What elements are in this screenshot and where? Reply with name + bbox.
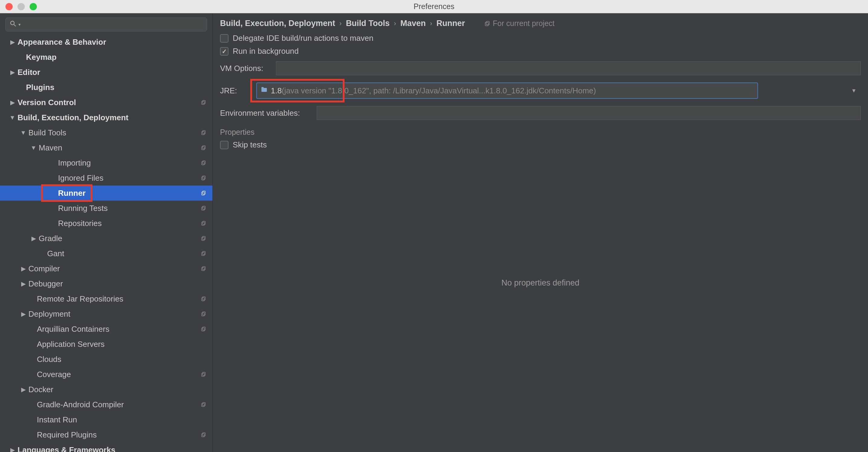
svg-rect-12 bbox=[203, 191, 205, 194]
svg-rect-16 bbox=[203, 221, 205, 225]
sidebar-item-build-tools[interactable]: ▼Build Tools bbox=[0, 125, 213, 140]
sidebar-item-deployment[interactable]: ▶Deployment bbox=[0, 306, 213, 321]
sidebar-item-label: Deployment bbox=[28, 310, 200, 318]
sidebar-item-repositories[interactable]: Repositories bbox=[0, 216, 213, 231]
sidebar-item-label: Importing bbox=[58, 159, 200, 167]
tree-arrow-icon: ▶ bbox=[9, 447, 16, 452]
svg-rect-5 bbox=[202, 131, 204, 135]
sidebar-item-importing[interactable]: Importing bbox=[0, 155, 213, 170]
settings-tree[interactable]: ▶Appearance & BehaviorKeymap▶EditorPlugi… bbox=[0, 34, 213, 452]
project-scope-icon bbox=[200, 401, 207, 408]
project-scope-icon bbox=[200, 174, 207, 181]
jre-combobox[interactable]: 1.8 (java version "1.8.0_162", path: /Li… bbox=[256, 83, 758, 99]
sidebar-item-label: Running Tests bbox=[58, 204, 200, 212]
run-in-background-checkbox[interactable] bbox=[220, 47, 228, 56]
sidebar-item-label: Gradle bbox=[39, 234, 200, 242]
close-window-button[interactable] bbox=[5, 3, 13, 10]
project-scope-icon bbox=[200, 129, 207, 136]
scope-indicator: For current project bbox=[485, 19, 555, 28]
sidebar-item-required-plugins[interactable]: Required Plugins bbox=[0, 427, 213, 442]
svg-rect-2 bbox=[203, 100, 205, 104]
dropdown-indicator-icon: ▾ bbox=[19, 22, 21, 27]
tree-arrow-icon: ▶ bbox=[20, 266, 27, 271]
env-vars-label: Environment variables: bbox=[220, 108, 311, 118]
project-scope-icon bbox=[200, 144, 207, 151]
search-icon bbox=[9, 20, 17, 29]
sidebar-item-ignored-files[interactable]: Ignored Files bbox=[0, 170, 213, 186]
sidebar-item-label: Languages & Frameworks bbox=[18, 446, 207, 452]
sidebar-item-remote-jar-repositories[interactable]: Remote Jar Repositories bbox=[0, 291, 213, 306]
sidebar-item-appearance-behavior[interactable]: ▶Appearance & Behavior bbox=[0, 34, 213, 50]
svg-rect-7 bbox=[202, 147, 204, 150]
sidebar-item-instant-run[interactable]: Instant Run bbox=[0, 412, 213, 427]
sidebar-item-clouds[interactable]: Clouds bbox=[0, 352, 213, 367]
breadcrumb-item[interactable]: Build Tools bbox=[346, 19, 390, 28]
sidebar-item-runner[interactable]: Runner bbox=[0, 186, 213, 201]
sidebar: ▾ ▶Appearance & BehaviorKeymap▶EditorPlu… bbox=[0, 13, 213, 452]
sidebar-item-label: Appearance & Behavior bbox=[18, 38, 207, 46]
sidebar-item-label: Gradle-Android Compiler bbox=[37, 401, 200, 409]
sidebar-item-editor[interactable]: ▶Editor bbox=[0, 65, 213, 80]
breadcrumb-item[interactable]: Runner bbox=[436, 19, 465, 28]
project-scope-icon bbox=[200, 205, 207, 212]
svg-rect-22 bbox=[203, 266, 205, 270]
sidebar-item-plugins[interactable]: Plugins bbox=[0, 80, 213, 95]
chevron-right-icon: › bbox=[339, 20, 342, 28]
svg-rect-18 bbox=[203, 236, 205, 239]
sidebar-item-gant[interactable]: Gant bbox=[0, 246, 213, 261]
breadcrumb-item[interactable]: Maven bbox=[400, 19, 426, 28]
sidebar-item-maven[interactable]: ▼Maven bbox=[0, 140, 213, 155]
sidebar-item-label: Remote Jar Repositories bbox=[37, 295, 200, 303]
sidebar-item-keymap[interactable]: Keymap bbox=[0, 50, 213, 65]
search-input[interactable]: ▾ bbox=[5, 18, 207, 31]
tree-arrow-icon: ▶ bbox=[9, 99, 16, 105]
tree-arrow-icon: ▼ bbox=[20, 130, 27, 136]
sidebar-item-languages-frameworks[interactable]: ▶Languages & Frameworks bbox=[0, 442, 213, 452]
tree-arrow-icon: ▶ bbox=[20, 386, 27, 392]
sidebar-item-debugger[interactable]: ▶Debugger bbox=[0, 276, 213, 291]
sidebar-item-gradle-android-compiler[interactable]: Gradle-Android Compiler bbox=[0, 397, 213, 412]
tree-arrow-icon: ▼ bbox=[9, 115, 16, 121]
svg-rect-9 bbox=[202, 162, 204, 165]
breadcrumb: Build, Execution, Deployment › Build Too… bbox=[213, 13, 868, 30]
tree-arrow-icon: ▶ bbox=[20, 281, 27, 287]
skip-tests-label: Skip tests bbox=[233, 140, 267, 150]
sidebar-item-coverage[interactable]: Coverage bbox=[0, 367, 213, 382]
env-vars-input[interactable] bbox=[317, 106, 861, 120]
sidebar-item-label: Compiler bbox=[28, 265, 200, 272]
tree-arrow-icon: ▼ bbox=[30, 145, 37, 151]
project-scope-icon bbox=[200, 190, 207, 196]
sidebar-item-label: Ignored Files bbox=[58, 174, 200, 182]
project-scope-icon bbox=[200, 431, 207, 438]
svg-rect-11 bbox=[202, 177, 204, 180]
project-scope-icon bbox=[200, 99, 207, 106]
sidebar-item-build-execution-deployment[interactable]: ▼Build, Execution, Deployment bbox=[0, 110, 213, 125]
sidebar-item-label: Coverage bbox=[37, 370, 200, 378]
zoom-window-button[interactable] bbox=[30, 3, 37, 10]
svg-rect-35 bbox=[202, 433, 204, 437]
svg-rect-14 bbox=[203, 206, 205, 209]
sidebar-item-version-control[interactable]: ▶Version Control bbox=[0, 95, 213, 110]
chevron-right-icon: › bbox=[394, 20, 396, 28]
svg-rect-10 bbox=[203, 176, 205, 179]
delegate-build-checkbox[interactable] bbox=[220, 34, 228, 42]
skip-tests-checkbox[interactable] bbox=[220, 141, 228, 149]
sidebar-item-docker[interactable]: ▶Docker bbox=[0, 382, 213, 397]
project-scope-icon bbox=[200, 160, 207, 166]
sidebar-item-compiler[interactable]: ▶Compiler bbox=[0, 261, 213, 276]
svg-rect-6 bbox=[203, 146, 205, 149]
sidebar-item-application-servers[interactable]: Application Servers bbox=[0, 336, 213, 352]
svg-rect-20 bbox=[203, 251, 205, 255]
sidebar-item-label: Build Tools bbox=[28, 129, 200, 136]
svg-rect-28 bbox=[203, 327, 205, 330]
breadcrumb-item[interactable]: Build, Execution, Deployment bbox=[220, 19, 335, 28]
minimize-window-button[interactable] bbox=[18, 3, 25, 10]
sidebar-item-label: Required Plugins bbox=[37, 431, 200, 439]
project-scope-icon bbox=[200, 220, 207, 227]
sidebar-item-running-tests[interactable]: Running Tests bbox=[0, 201, 213, 216]
vm-options-input[interactable] bbox=[276, 61, 861, 75]
svg-rect-37 bbox=[485, 22, 488, 26]
sidebar-item-gradle[interactable]: ▶Gradle bbox=[0, 231, 213, 246]
svg-line-1 bbox=[14, 25, 16, 26]
sidebar-item-arquillian-containers[interactable]: Arquillian Containers bbox=[0, 321, 213, 336]
